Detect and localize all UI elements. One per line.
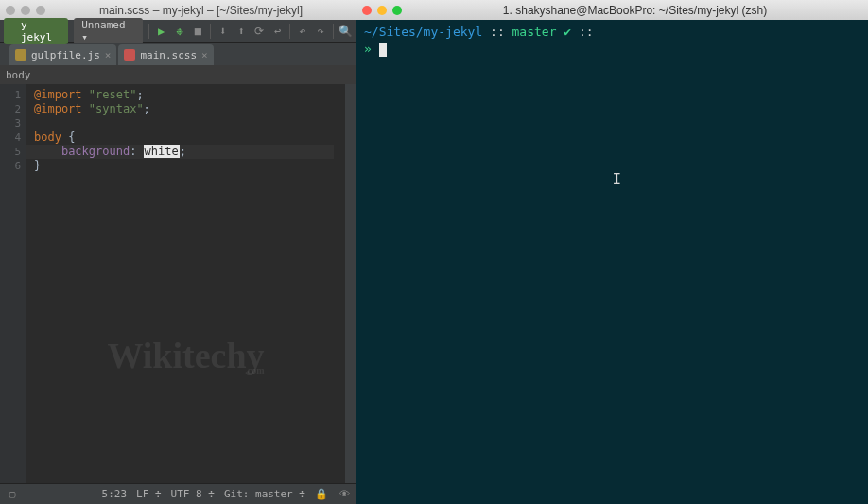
window-close-icon[interactable] bbox=[362, 6, 372, 15]
code-punct: ; bbox=[144, 102, 150, 115]
forward-icon[interactable]: ↷ bbox=[315, 25, 327, 38]
terminal-window-title: 1. shakyshane@MacBookPro: ~/Sites/my-jek… bbox=[408, 4, 862, 17]
code-selector: body bbox=[34, 130, 61, 144]
tab-label: gulpfile.js bbox=[31, 49, 100, 61]
close-icon[interactable]: × bbox=[201, 49, 208, 61]
breadcrumb-item: body bbox=[6, 69, 31, 81]
cursor-position: 5:23 bbox=[102, 488, 128, 500]
line-sep[interactable]: LF ≑ bbox=[136, 488, 162, 500]
editor-scrollbar[interactable] bbox=[345, 84, 356, 483]
code-punct: } bbox=[34, 159, 41, 172]
terminal-line: » bbox=[364, 41, 860, 58]
code-editor[interactable]: 1 2 3 4 5 6 @import "reset"; @import "sy… bbox=[0, 84, 356, 483]
terminal-line: ~/Sites/my-jekyl :: master ✔ :: bbox=[364, 24, 860, 41]
run-config-label: Unnamed ▾ bbox=[81, 19, 135, 43]
terminal-body[interactable]: ~/Sites/my-jekyl :: master ✔ :: » I bbox=[356, 20, 868, 504]
breadcrumb[interactable]: body bbox=[0, 65, 356, 84]
terminal-cursor bbox=[379, 43, 387, 57]
watermark-label: Wikitechy .com bbox=[107, 349, 264, 377]
vcs-update-icon[interactable]: ⬇ bbox=[217, 25, 229, 38]
ide-titlebar: main.scss – my-jekyl – [~/Sites/my-jekyl… bbox=[0, 0, 356, 20]
window-max-icon[interactable] bbox=[36, 6, 45, 15]
check-icon: ✔ bbox=[557, 25, 572, 39]
code-punct: : bbox=[130, 145, 143, 158]
code-punct: { bbox=[61, 130, 75, 144]
window-min-icon[interactable] bbox=[21, 6, 30, 15]
ide-window-title: main.scss – my-jekyl – [~/Sites/my-jekyl… bbox=[51, 4, 351, 17]
tab-gulpfile[interactable]: gulpfile.js × bbox=[9, 44, 116, 65]
line-number: 5 bbox=[0, 145, 21, 159]
ide-pane: main.scss – my-jekyl – [~/Sites/my-jekyl… bbox=[0, 0, 356, 504]
vcs-commit-icon[interactable]: ⬆ bbox=[234, 25, 247, 38]
inspect-icon[interactable]: 👁 bbox=[338, 488, 351, 501]
file-encoding[interactable]: UTF-8 ≑ bbox=[171, 488, 215, 500]
terminal-titlebar: 1. shakyshane@MacBookPro: ~/Sites/my-jek… bbox=[356, 0, 868, 20]
vcs-history-icon[interactable]: ⟳ bbox=[253, 25, 266, 38]
terminal-sep: :: bbox=[482, 25, 512, 39]
search-icon[interactable]: 🔍 bbox=[339, 25, 353, 38]
window-max-icon[interactable] bbox=[392, 6, 402, 15]
status-tool-icon[interactable]: ▢ bbox=[6, 488, 19, 501]
ide-toolbar: y-jekyl Unnamed ▾ ▶ ❉ ■ ⬇ ⬆ ⟳ ↩ ↶ ↷ 🔍 bbox=[0, 20, 356, 43]
terminal-branch: master bbox=[512, 25, 557, 39]
text-caret-icon: I bbox=[613, 171, 622, 188]
back-icon[interactable]: ↶ bbox=[296, 25, 308, 38]
lock-icon[interactable]: 🔒 bbox=[315, 488, 328, 501]
window-close-icon[interactable] bbox=[6, 6, 15, 15]
line-number: 6 bbox=[0, 159, 21, 173]
line-gutter: 1 2 3 4 5 6 bbox=[0, 84, 26, 483]
window-min-icon[interactable] bbox=[377, 6, 387, 15]
code-area[interactable]: @import "reset"; @import "syntax"; body … bbox=[26, 84, 345, 483]
stop-icon[interactable]: ■ bbox=[192, 25, 204, 38]
terminal-path: ~/Sites/my-jekyl bbox=[364, 25, 482, 39]
code-punct: ; bbox=[136, 88, 143, 101]
code-punct: ; bbox=[180, 145, 186, 158]
ide-statusbar: ▢ 5:23 LF ≑ UTF-8 ≑ Git: master ≑ 🔒 👁 bbox=[0, 483, 356, 504]
terminal-pane: 1. shakyshane@MacBookPro: ~/Sites/my-jek… bbox=[356, 0, 868, 504]
project-crumb[interactable]: y-jekyl bbox=[4, 18, 68, 44]
code-property: background bbox=[61, 145, 130, 158]
scss-file-icon bbox=[124, 49, 135, 61]
code-keyword: @import bbox=[34, 102, 82, 115]
run-config-dropdown[interactable]: Unnamed ▾ bbox=[74, 18, 143, 44]
tab-label: main.scss bbox=[140, 49, 197, 61]
js-file-icon bbox=[15, 49, 26, 61]
line-number: 4 bbox=[0, 130, 21, 145]
line-number: 2 bbox=[0, 102, 21, 116]
line-number: 1 bbox=[0, 88, 21, 102]
code-keyword: @import bbox=[34, 88, 82, 101]
line-number: 3 bbox=[0, 116, 21, 130]
git-branch[interactable]: Git: master ≑ bbox=[224, 488, 305, 500]
code-string: "reset" bbox=[89, 88, 137, 101]
run-icon[interactable]: ▶ bbox=[155, 25, 167, 38]
terminal-prompt: » bbox=[364, 42, 379, 56]
code-value: white bbox=[144, 145, 180, 158]
editor-tabbar: gulpfile.js × main.scss × bbox=[0, 43, 356, 65]
close-icon[interactable]: × bbox=[105, 49, 112, 61]
debug-icon[interactable]: ❉ bbox=[173, 25, 185, 38]
vcs-revert-icon[interactable]: ↩ bbox=[271, 25, 284, 38]
tab-mainscss[interactable]: main.scss × bbox=[118, 44, 213, 65]
code-string: "syntax" bbox=[89, 102, 144, 115]
terminal-sep: :: bbox=[571, 25, 593, 39]
